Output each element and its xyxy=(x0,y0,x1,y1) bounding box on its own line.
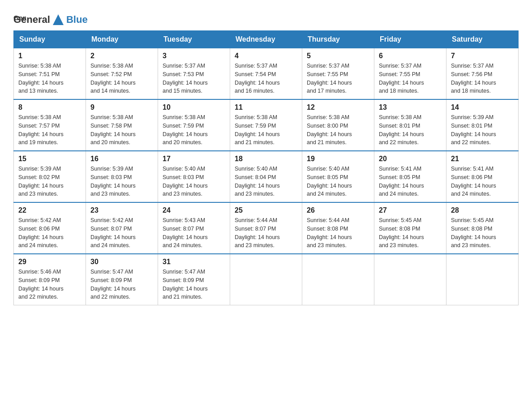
day-info: Sunrise: 5:38 AMSunset: 8:01 PMDaylight:… xyxy=(379,113,442,147)
calendar-cell: 15 Sunrise: 5:39 AMSunset: 8:02 PMDaylig… xyxy=(14,151,86,202)
day-info: Sunrise: 5:42 AMSunset: 8:06 PMDaylight:… xyxy=(18,216,81,250)
day-number: 4 xyxy=(235,52,297,60)
week-row-4: 22 Sunrise: 5:42 AMSunset: 8:06 PMDaylig… xyxy=(14,202,519,254)
calendar-cell: 5 Sunrise: 5:37 AMSunset: 7:55 PMDayligh… xyxy=(302,48,374,100)
weekday-header-saturday: Saturday xyxy=(446,31,519,48)
day-info: Sunrise: 5:39 AMSunset: 8:03 PMDaylight:… xyxy=(90,165,153,198)
day-info: Sunrise: 5:38 AMSunset: 7:59 PMDaylight:… xyxy=(163,113,225,147)
weekday-header-tuesday: Tuesday xyxy=(158,31,230,48)
day-number: 30 xyxy=(90,258,153,266)
day-info: Sunrise: 5:45 AMSunset: 8:08 PMDaylight:… xyxy=(379,216,442,250)
calendar-cell: 12 Sunrise: 5:38 AMSunset: 8:00 PMDaylig… xyxy=(302,99,374,151)
day-number: 10 xyxy=(163,103,225,111)
calendar-cell xyxy=(446,254,519,305)
calendar-cell: 10 Sunrise: 5:38 AMSunset: 7:59 PMDaylig… xyxy=(158,99,230,151)
day-number: 12 xyxy=(307,103,369,111)
day-number: 11 xyxy=(235,103,297,111)
day-info: Sunrise: 5:45 AMSunset: 8:08 PMDaylight:… xyxy=(451,216,514,250)
day-number: 14 xyxy=(451,103,514,111)
day-number: 5 xyxy=(307,52,369,60)
week-row-3: 15 Sunrise: 5:39 AMSunset: 8:02 PMDaylig… xyxy=(14,151,519,202)
page-header: General xyxy=(13,9,519,26)
day-info: Sunrise: 5:38 AMSunset: 7:52 PMDaylight:… xyxy=(90,62,153,95)
day-number: 29 xyxy=(18,258,81,266)
weekday-header-friday: Friday xyxy=(374,31,446,48)
calendar-cell: 13 Sunrise: 5:38 AMSunset: 8:01 PMDaylig… xyxy=(374,99,446,151)
day-number: 7 xyxy=(451,52,514,60)
day-info: Sunrise: 5:37 AMSunset: 7:56 PMDaylight:… xyxy=(451,62,514,95)
day-info: Sunrise: 5:39 AMSunset: 8:02 PMDaylight:… xyxy=(18,165,81,198)
week-row-1: 1 Sunrise: 5:38 AMSunset: 7:51 PMDayligh… xyxy=(14,48,519,100)
calendar-cell: 20 Sunrise: 5:41 AMSunset: 8:05 PMDaylig… xyxy=(374,151,446,202)
day-info: Sunrise: 5:39 AMSunset: 8:01 PMDaylight:… xyxy=(451,113,514,147)
day-info: Sunrise: 5:41 AMSunset: 8:06 PMDaylight:… xyxy=(451,165,514,198)
week-row-2: 8 Sunrise: 5:38 AMSunset: 7:57 PMDayligh… xyxy=(14,99,519,151)
calendar-cell: 29 Sunrise: 5:46 AMSunset: 8:09 PMDaylig… xyxy=(14,254,86,305)
day-info: Sunrise: 5:46 AMSunset: 8:09 PMDaylight:… xyxy=(18,268,81,301)
day-number: 8 xyxy=(18,103,81,111)
day-info: Sunrise: 5:40 AMSunset: 8:05 PMDaylight:… xyxy=(307,165,369,198)
calendar-cell: 24 Sunrise: 5:43 AMSunset: 8:07 PMDaylig… xyxy=(158,202,230,254)
calendar-cell: 27 Sunrise: 5:45 AMSunset: 8:08 PMDaylig… xyxy=(374,202,446,254)
day-info: Sunrise: 5:40 AMSunset: 8:04 PMDaylight:… xyxy=(235,165,297,198)
day-number: 19 xyxy=(307,155,369,163)
calendar-cell: 6 Sunrise: 5:37 AMSunset: 7:55 PMDayligh… xyxy=(374,48,446,100)
calendar-cell: 23 Sunrise: 5:42 AMSunset: 8:07 PMDaylig… xyxy=(86,202,158,254)
calendar-cell xyxy=(230,254,302,305)
calendar-cell: 18 Sunrise: 5:40 AMSunset: 8:04 PMDaylig… xyxy=(230,151,302,202)
calendar-cell: 16 Sunrise: 5:39 AMSunset: 8:03 PMDaylig… xyxy=(86,151,158,202)
logo-blue: Blue xyxy=(66,14,88,26)
day-info: Sunrise: 5:38 AMSunset: 8:00 PMDaylight:… xyxy=(307,113,369,147)
weekday-header-sunday: Sunday xyxy=(14,31,86,48)
calendar-cell: 22 Sunrise: 5:42 AMSunset: 8:06 PMDaylig… xyxy=(14,202,86,254)
calendar-cell: 17 Sunrise: 5:40 AMSunset: 8:03 PMDaylig… xyxy=(158,151,230,202)
day-info: Sunrise: 5:37 AMSunset: 7:55 PMDaylight:… xyxy=(307,62,369,95)
calendar-cell: 1 Sunrise: 5:38 AMSunset: 7:51 PMDayligh… xyxy=(14,48,86,100)
day-number: 21 xyxy=(451,155,514,163)
day-number: 22 xyxy=(18,206,81,214)
calendar-cell: 14 Sunrise: 5:39 AMSunset: 8:01 PMDaylig… xyxy=(446,99,519,151)
day-number: 20 xyxy=(379,155,442,163)
weekday-header-monday: Monday xyxy=(86,31,158,48)
day-number: 2 xyxy=(90,52,153,60)
day-info: Sunrise: 5:44 AMSunset: 8:07 PMDaylight:… xyxy=(235,216,297,250)
logo-triangle-icon xyxy=(51,13,65,27)
day-info: Sunrise: 5:43 AMSunset: 8:07 PMDaylight:… xyxy=(163,216,225,250)
day-number: 31 xyxy=(163,258,225,266)
weekday-header-thursday: Thursday xyxy=(302,31,374,48)
calendar-cell: 25 Sunrise: 5:44 AMSunset: 8:07 PMDaylig… xyxy=(230,202,302,254)
calendar-cell: 26 Sunrise: 5:44 AMSunset: 8:08 PMDaylig… xyxy=(302,202,374,254)
day-info: Sunrise: 5:38 AMSunset: 7:57 PMDaylight:… xyxy=(18,113,81,147)
day-number: 16 xyxy=(90,155,153,163)
week-row-5: 29 Sunrise: 5:46 AMSunset: 8:09 PMDaylig… xyxy=(14,254,519,305)
day-number: 3 xyxy=(163,52,225,60)
day-info: Sunrise: 5:37 AMSunset: 7:55 PMDaylight:… xyxy=(379,62,442,95)
calendar-cell: 3 Sunrise: 5:37 AMSunset: 7:53 PMDayligh… xyxy=(158,48,230,100)
day-info: Sunrise: 5:38 AMSunset: 7:59 PMDaylight:… xyxy=(235,113,297,147)
day-number: 25 xyxy=(235,206,297,214)
logo-container: General Blue xyxy=(13,13,88,27)
day-info: Sunrise: 5:37 AMSunset: 7:54 PMDaylight:… xyxy=(235,62,297,95)
day-number: 23 xyxy=(90,206,153,214)
day-info: Sunrise: 5:41 AMSunset: 8:05 PMDaylight:… xyxy=(379,165,442,198)
day-number: 28 xyxy=(451,206,514,214)
day-number: 6 xyxy=(379,52,442,60)
day-number: 18 xyxy=(235,155,297,163)
day-info: Sunrise: 5:47 AMSunset: 8:09 PMDaylight:… xyxy=(163,268,225,301)
calendar-cell: 9 Sunrise: 5:38 AMSunset: 7:58 PMDayligh… xyxy=(86,99,158,151)
day-info: Sunrise: 5:44 AMSunset: 8:08 PMDaylight:… xyxy=(307,216,369,250)
day-info: Sunrise: 5:47 AMSunset: 8:09 PMDaylight:… xyxy=(90,268,153,301)
calendar-cell: 4 Sunrise: 5:37 AMSunset: 7:54 PMDayligh… xyxy=(230,48,302,100)
day-number: 17 xyxy=(163,155,225,163)
day-number: 13 xyxy=(379,103,442,111)
calendar-cell: 21 Sunrise: 5:41 AMSunset: 8:06 PMDaylig… xyxy=(446,151,519,202)
calendar-cell: 11 Sunrise: 5:38 AMSunset: 7:59 PMDaylig… xyxy=(230,99,302,151)
calendar-cell xyxy=(302,254,374,305)
calendar-cell xyxy=(374,254,446,305)
logo-general: General xyxy=(13,14,50,26)
day-number: 24 xyxy=(163,206,225,214)
day-number: 1 xyxy=(18,52,81,60)
day-info: Sunrise: 5:42 AMSunset: 8:07 PMDaylight:… xyxy=(90,216,153,250)
day-info: Sunrise: 5:38 AMSunset: 7:58 PMDaylight:… xyxy=(90,113,153,147)
day-number: 15 xyxy=(18,155,81,163)
